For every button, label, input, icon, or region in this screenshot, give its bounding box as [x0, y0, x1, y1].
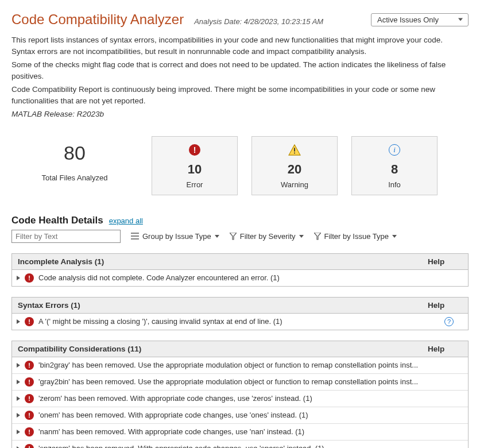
issue-text: A '(' might be missing a closing ')', ca… — [38, 317, 430, 326]
error-card[interactable]: ! 10 Error — [152, 136, 238, 195]
issue-text: Code analysis did not complete. Code Ana… — [38, 273, 430, 282]
intro-paragraph-1: This report lists instances of syntax er… — [11, 34, 469, 57]
svg-rect-1 — [294, 148, 295, 151]
issue-text: 'nanm' has been removed. With appropriat… — [38, 427, 430, 436]
warning-label: Warning — [252, 180, 337, 189]
filter-issue-type-button[interactable]: Filter by Issue Type — [314, 232, 397, 241]
error-icon: ! — [25, 444, 34, 448]
issue-group: Incomplete Analysis (1)Help!Code analysi… — [11, 253, 469, 287]
issue-row[interactable]: !A '(' might be missing a closing ')', c… — [12, 314, 468, 330]
funnel-icon — [230, 233, 237, 240]
issue-group: Compatibility Considerations (11)Help!'b… — [11, 341, 469, 448]
issue-text: 'onem' has been removed. With appropriat… — [38, 411, 430, 419]
total-files-label: Total Files Analyzed — [11, 173, 138, 182]
error-icon: ! — [25, 427, 34, 437]
expand-triangle-icon[interactable] — [17, 363, 20, 368]
warning-icon — [252, 142, 337, 157]
error-icon: ! — [25, 394, 34, 403]
issue-group-header[interactable]: Compatibility Considerations (11)Help — [12, 341, 468, 357]
issue-text: 'bin2gray' has been removed. Use the app… — [38, 361, 430, 369]
group-by-label: Group by Issue Type — [142, 232, 211, 241]
total-files-count: 80 — [11, 142, 138, 164]
issues-filter-value: Active Issues Only — [377, 16, 439, 24]
funnel-icon — [314, 233, 321, 240]
issue-row[interactable]: !'bin2gray' has been removed. Use the ap… — [12, 357, 468, 374]
section-title: Code Health Details — [11, 215, 103, 226]
error-icon: ! — [25, 317, 34, 326]
page-title: Code Compatibility Analyzer — [11, 11, 184, 28]
issues-filter-dropdown[interactable]: Active Issues Only — [371, 13, 469, 26]
help-column-header: Help — [428, 257, 462, 266]
issue-row[interactable]: !Code analysis did not complete. Code An… — [12, 270, 468, 286]
filter-issue-type-label: Filter by Issue Type — [324, 232, 389, 241]
matlab-release: MATLAB Release: R2023b — [11, 109, 469, 120]
filter-text-input[interactable] — [11, 230, 121, 243]
filter-severity-button[interactable]: Filter by Severity — [230, 232, 304, 241]
error-icon: ! — [189, 144, 200, 156]
expand-triangle-icon[interactable] — [17, 276, 20, 280]
help-column-header: Help — [428, 345, 462, 353]
expand-triangle-icon[interactable] — [17, 380, 20, 384]
info-card[interactable]: i 8 Info — [351, 136, 438, 195]
intro-paragraph-3: Code Compatibility Report is continuousl… — [11, 84, 469, 106]
error-icon: ! — [25, 377, 34, 387]
analysis-date: Analysis Date: 4/28/2023, 10:23:15 AM — [194, 17, 323, 26]
total-files-card: 80 Total Files Analyzed — [11, 136, 138, 195]
error-icon: ! — [25, 361, 34, 370]
info-count: 8 — [352, 162, 437, 177]
issue-row[interactable]: !'spzerom' has been removed. With approp… — [12, 441, 468, 448]
error-icon: ! — [25, 411, 34, 420]
chevron-down-icon — [215, 235, 219, 238]
issue-text: 'zerom' has been removed. With appropria… — [38, 394, 430, 403]
svg-rect-2 — [294, 152, 295, 153]
chevron-down-icon — [392, 235, 397, 238]
filter-severity-label: Filter by Severity — [240, 232, 296, 241]
error-label: Error — [152, 180, 237, 189]
error-count: 10 — [152, 162, 237, 177]
help-icon[interactable]: ? — [444, 317, 454, 326]
expand-triangle-icon[interactable] — [17, 413, 20, 418]
issue-group-title: Syntax Errors (1) — [18, 301, 80, 310]
issue-row[interactable]: !'onem' has been removed. With appropria… — [12, 407, 468, 424]
list-icon — [131, 233, 139, 240]
error-icon: ! — [25, 273, 34, 283]
issue-row[interactable]: !'gray2bin' has been removed. Use the ap… — [12, 374, 468, 391]
info-icon: i — [389, 144, 400, 156]
issue-text: 'spzerom' has been removed. With appropr… — [38, 444, 430, 448]
warning-card[interactable]: 20 Warning — [251, 136, 338, 195]
issue-text: 'gray2bin' has been removed. Use the app… — [38, 377, 430, 386]
issue-group-title: Incomplete Analysis (1) — [18, 257, 104, 266]
issue-group-header[interactable]: Syntax Errors (1)Help — [12, 298, 468, 314]
expand-triangle-icon[interactable] — [17, 430, 20, 434]
chevron-down-icon — [299, 235, 304, 238]
issue-row[interactable]: !'nanm' has been removed. With appropria… — [12, 424, 468, 441]
issue-group-header[interactable]: Incomplete Analysis (1)Help — [12, 254, 468, 270]
group-by-button[interactable]: Group by Issue Type — [131, 232, 219, 241]
expand-triangle-icon[interactable] — [17, 396, 20, 401]
issue-row[interactable]: !'zerom' has been removed. With appropri… — [12, 391, 468, 407]
help-cell: ? — [435, 317, 463, 326]
svg-marker-7 — [314, 233, 321, 240]
expand-triangle-icon[interactable] — [17, 319, 20, 324]
intro-paragraph-2: Some of the checks might flag code that … — [11, 59, 469, 82]
issue-group-title: Compatibility Considerations (11) — [18, 345, 141, 353]
warning-count: 20 — [252, 162, 337, 177]
help-column-header: Help — [428, 301, 462, 310]
info-label: Info — [352, 180, 437, 189]
expand-all-link[interactable]: expand all — [109, 217, 143, 225]
issue-group: Syntax Errors (1)Help!A '(' might be mis… — [11, 297, 469, 330]
svg-marker-6 — [230, 233, 237, 240]
